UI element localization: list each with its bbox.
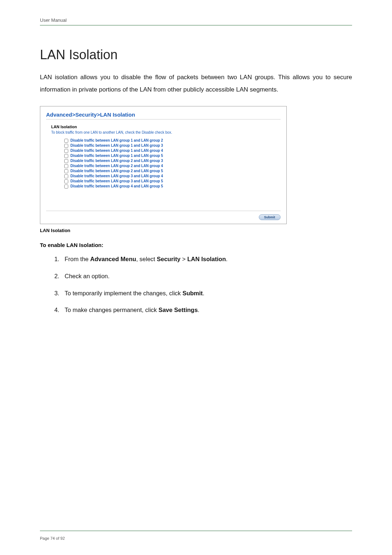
- header-label: User Manual: [40, 17, 352, 23]
- checkbox-label: Disable traffic between LAN group 2 and …: [70, 158, 163, 163]
- step-text: .: [203, 290, 205, 296]
- step-bold: LAN Isolation: [187, 256, 226, 262]
- disable-checkbox[interactable]: [64, 159, 68, 163]
- checkbox-label: Disable traffic between LAN group 3 and …: [70, 179, 163, 184]
- step-item: From the Advanced Menu, select Security …: [61, 255, 352, 264]
- footer: Page 74 of 92: [40, 531, 352, 540]
- checkbox-row: Disable traffic between LAN group 2 and …: [64, 163, 281, 169]
- figure-caption: LAN Isolation: [40, 228, 352, 233]
- submit-row: Submit: [46, 211, 281, 220]
- step-item: To temporarily implement the changes, cl…: [61, 289, 352, 298]
- step-text: Check an option.: [65, 273, 110, 279]
- checkbox-label: Disable traffic between LAN group 3 and …: [70, 174, 163, 179]
- checkbox-label: Disable traffic between LAN group 1 and …: [70, 148, 163, 153]
- page-title: LAN Isolation: [40, 47, 352, 62]
- page-number: Page 74 of 92: [40, 536, 352, 540]
- checkbox-row: Disable traffic between LAN group 3 and …: [64, 179, 281, 184]
- step-text: >: [180, 256, 187, 262]
- disable-checkbox[interactable]: [64, 139, 68, 143]
- checkbox-row: Disable traffic between LAN group 3 and …: [64, 174, 281, 179]
- checkbox-row: Disable traffic between LAN group 1 and …: [64, 153, 281, 158]
- step-text: .: [198, 307, 200, 313]
- breadcrumb: Advanced>Security>LAN Isolation: [46, 112, 281, 119]
- submit-button[interactable]: Submit: [259, 214, 281, 220]
- step-item: To make changes permanent, click Save Se…: [61, 305, 352, 315]
- howto-heading: To enable LAN Isolation:: [40, 242, 352, 248]
- step-text: .: [226, 256, 228, 262]
- step-bold: Advanced Menu: [90, 256, 136, 262]
- checkbox-label: Disable traffic between LAN group 4 and …: [70, 184, 163, 189]
- checkbox-row: Disable traffic between LAN group 1 and …: [64, 143, 281, 148]
- step-text: To temporarily implement the changes, cl…: [65, 290, 183, 296]
- disable-checkbox[interactable]: [64, 149, 68, 153]
- step-bold: Save Settings: [159, 307, 198, 313]
- disable-checkbox[interactable]: [64, 174, 68, 178]
- intro-paragraph: LAN isolation allows you to disable the …: [40, 71, 352, 96]
- checkbox-row: Disable traffic between LAN group 1 and …: [64, 138, 281, 143]
- checkbox-label: Disable traffic between LAN group 1 and …: [70, 143, 163, 148]
- disable-checkbox[interactable]: [64, 169, 68, 173]
- checkbox-label: Disable traffic between LAN group 2 and …: [70, 169, 163, 174]
- step-bold: Security: [157, 256, 180, 262]
- step-text: From the: [65, 256, 90, 262]
- disable-checkbox[interactable]: [64, 179, 68, 183]
- step-text: To make changes permanent, click: [65, 307, 159, 313]
- checkbox-row: Disable traffic between LAN group 2 and …: [64, 158, 281, 163]
- step-item: Check an option.: [61, 272, 352, 281]
- checkbox-row: Disable traffic between LAN group 2 and …: [64, 169, 281, 174]
- steps-list: From the Advanced Menu, select Security …: [61, 255, 352, 315]
- disable-checkbox[interactable]: [64, 154, 68, 158]
- section-label: LAN Isolation: [51, 125, 281, 129]
- disable-checkbox[interactable]: [64, 164, 68, 168]
- disable-checkbox[interactable]: [64, 185, 68, 189]
- disable-checkbox[interactable]: [64, 144, 68, 148]
- checkbox-label: Disable traffic between LAN group 1 and …: [70, 153, 163, 158]
- checkbox-row: Disable traffic between LAN group 1 and …: [64, 148, 281, 153]
- embedded-screenshot: Advanced>Security>LAN Isolation LAN Isol…: [40, 106, 287, 224]
- step-text: , select: [136, 256, 157, 262]
- checkbox-row: Disable traffic between LAN group 4 and …: [64, 184, 281, 189]
- step-bold: Submit: [183, 290, 203, 296]
- footer-rule: [40, 531, 352, 531]
- section-desc: To block traffic from one LAN to another…: [51, 130, 281, 134]
- checkbox-list: Disable traffic between LAN group 1 and …: [64, 138, 281, 189]
- header-rule: [40, 25, 352, 25]
- checkbox-label: Disable traffic between LAN group 1 and …: [70, 138, 163, 143]
- checkbox-label: Disable traffic between LAN group 2 and …: [70, 163, 163, 169]
